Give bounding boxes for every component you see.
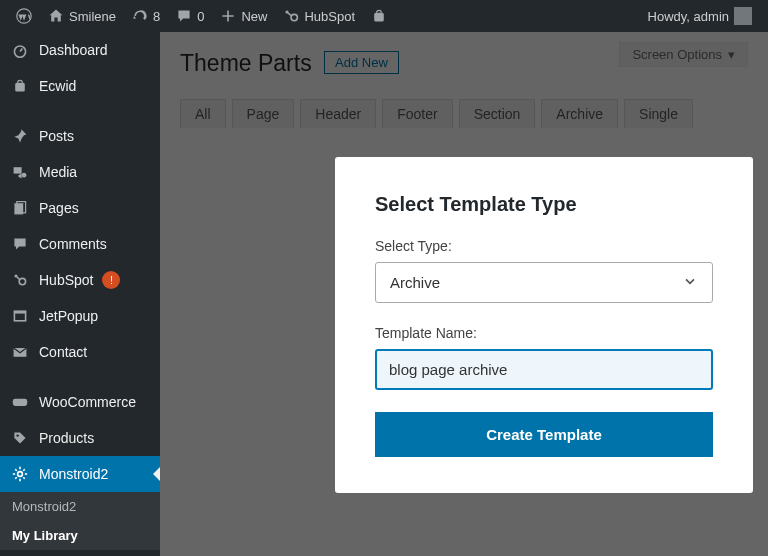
cart-icon: [10, 76, 30, 96]
sidebar-item-hubspot[interactable]: HubSpot!: [0, 262, 160, 298]
wordpress-icon: [16, 8, 32, 24]
template-name-input[interactable]: [375, 349, 713, 390]
svg-rect-6: [14, 167, 22, 173]
woo-icon: [10, 392, 30, 412]
sidebar-label: JetPopup: [39, 308, 98, 324]
hubspot-label: HubSpot: [304, 9, 355, 24]
sidebar-label: WooCommerce: [39, 394, 136, 410]
sidebar-label: Products: [39, 430, 94, 446]
updates-link[interactable]: 8: [124, 0, 168, 32]
mail-icon: [10, 342, 30, 362]
sidebar-label: Ecwid: [39, 78, 76, 94]
type-select[interactable]: Archive: [375, 262, 713, 303]
new-link[interactable]: New: [212, 0, 275, 32]
sidebar-item-comments[interactable]: Comments: [0, 226, 160, 262]
type-label: Select Type:: [375, 238, 713, 254]
product-icon: [10, 428, 30, 448]
svg-rect-15: [13, 399, 27, 406]
create-template-button[interactable]: Create Template: [375, 412, 713, 457]
content-area: Screen Options▾ Theme Parts Add New AllP…: [160, 32, 768, 556]
chevron-down-icon: [682, 273, 698, 292]
modal-title: Select Template Type: [375, 193, 713, 216]
sidebar-label: Posts: [39, 128, 74, 144]
comment-icon: [10, 234, 30, 254]
site-name: Smilene: [69, 9, 116, 24]
sidebar-item-ecwid[interactable]: Ecwid: [0, 68, 160, 104]
sidebar-item-products[interactable]: Products: [0, 420, 160, 456]
sidebar-item-monstroid2[interactable]: Monstroid2: [0, 456, 160, 492]
template-modal: Select Template Type Select Type: Archiv…: [335, 157, 753, 493]
sidebar-item-contact[interactable]: Contact: [0, 334, 160, 370]
admin-sidebar: DashboardEcwidPostsMediaPagesCommentsHub…: [0, 32, 160, 556]
hubspot-icon: [283, 8, 299, 24]
type-value: Archive: [390, 274, 440, 291]
sidebar-label: Contact: [39, 344, 87, 360]
sidebar-label: Comments: [39, 236, 107, 252]
account-link[interactable]: Howdy, admin: [640, 0, 760, 32]
admin-toolbar: Smilene 8 0 New HubSpot Howdy, admin: [0, 0, 768, 32]
sidebar-label: Media: [39, 164, 77, 180]
svg-rect-13: [14, 311, 25, 313]
gear-icon: [10, 464, 30, 484]
updates-count: 8: [153, 9, 160, 24]
wp-logo[interactable]: [8, 0, 40, 32]
badge: !: [102, 271, 120, 289]
sidebar-item-woocommerce[interactable]: WooCommerce: [0, 384, 160, 420]
submenu-item[interactable]: My Library: [0, 521, 160, 550]
svg-rect-3: [374, 13, 384, 22]
plus-icon: [220, 8, 236, 24]
svg-point-7: [22, 173, 27, 178]
media-icon: [10, 162, 30, 182]
submenu-item[interactable]: Monstroid2: [0, 492, 160, 521]
comment-icon: [176, 8, 192, 24]
sidebar-item-posts[interactable]: Posts: [0, 118, 160, 154]
bag-icon: [371, 8, 387, 24]
svg-point-17: [18, 472, 23, 477]
sidebar-item-media[interactable]: Media: [0, 154, 160, 190]
svg-point-16: [16, 434, 18, 436]
site-link[interactable]: Smilene: [40, 0, 124, 32]
sidebar-label: HubSpot: [39, 272, 93, 288]
sidebar-item-dashboard[interactable]: Dashboard: [0, 32, 160, 68]
hubspot-icon: [10, 270, 30, 290]
sidebar-label: Dashboard: [39, 42, 108, 58]
home-icon: [48, 8, 64, 24]
comments-link[interactable]: 0: [168, 0, 212, 32]
page-icon: [10, 198, 30, 218]
popup-icon: [10, 306, 30, 326]
avatar-icon: [734, 7, 752, 25]
sidebar-label: Monstroid2: [39, 466, 108, 482]
new-label: New: [241, 9, 267, 24]
name-label: Template Name:: [375, 325, 713, 341]
pin-icon: [10, 126, 30, 146]
dashboard-icon: [10, 40, 30, 60]
svg-rect-5: [15, 83, 25, 92]
ecwid-toolbar[interactable]: [363, 0, 395, 32]
howdy-text: Howdy, admin: [648, 9, 729, 24]
hubspot-link[interactable]: HubSpot: [275, 0, 363, 32]
sidebar-label: Pages: [39, 200, 79, 216]
submenu: Monstroid2My Library: [0, 492, 160, 550]
refresh-icon: [132, 8, 148, 24]
sidebar-item-jetpopup[interactable]: JetPopup: [0, 298, 160, 334]
sidebar-item-pages[interactable]: Pages: [0, 190, 160, 226]
comments-count: 0: [197, 9, 204, 24]
